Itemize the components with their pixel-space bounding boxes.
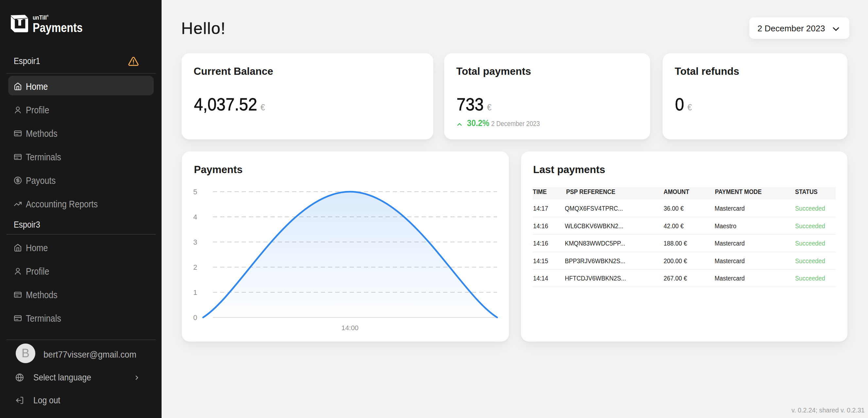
svg-text:4: 4 (193, 213, 197, 221)
svg-text:14:00: 14:00 (341, 324, 359, 332)
svg-text:5: 5 (193, 188, 197, 196)
svg-text:1: 1 (193, 288, 197, 297)
svg-text:3: 3 (193, 238, 197, 246)
svg-text:2: 2 (193, 263, 197, 271)
svg-text:0: 0 (193, 314, 197, 322)
